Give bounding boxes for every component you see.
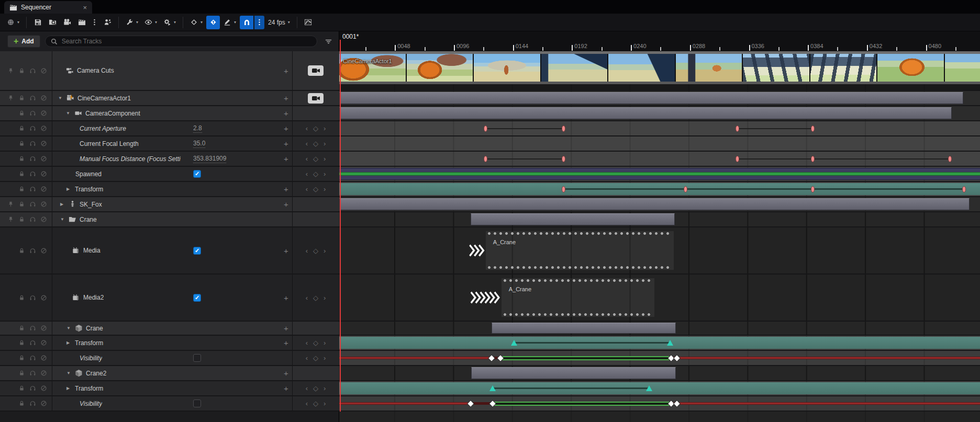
mute-icon[interactable]	[40, 324, 48, 332]
headphones-icon[interactable]	[29, 140, 37, 147]
track-header-manual-focus-distance[interactable]: Manual Focus Distance (Focus Setti353.83…	[0, 152, 339, 166]
track-header-transform-crane2[interactable]: ▶Transform+‹◇›	[0, 381, 339, 395]
add-section-button[interactable]: +	[284, 94, 288, 102]
pin-icon[interactable]	[7, 215, 15, 223]
timeline-crane-cube[interactable]	[339, 322, 980, 335]
camera-lock-button[interactable]	[308, 65, 324, 76]
mute-icon[interactable]	[40, 400, 48, 407]
previous-key-button[interactable]: ‹	[306, 140, 308, 147]
mute-icon[interactable]	[40, 124, 48, 132]
add-section-button[interactable]: +	[284, 293, 288, 302]
headphones-icon[interactable]	[29, 384, 37, 392]
add-key-button[interactable]: ◇	[313, 140, 318, 147]
timeline-current-focal-length[interactable]	[339, 136, 980, 151]
timeline-current-aperture[interactable]	[339, 121, 980, 135]
timeline-media[interactable]: A_Crane	[339, 227, 980, 273]
add-section-button[interactable]: +	[284, 139, 288, 148]
keyframe[interactable]	[811, 126, 815, 132]
mute-icon[interactable]	[40, 339, 48, 347]
create-camera-button[interactable]	[60, 16, 74, 29]
next-key-button[interactable]: ›	[324, 355, 326, 361]
snap-button[interactable]	[240, 16, 253, 29]
add-section-button[interactable]: +	[284, 246, 288, 255]
next-key-button[interactable]: ›	[324, 400, 326, 407]
keyframe[interactable]	[562, 126, 565, 132]
lock-icon[interactable]	[18, 339, 26, 347]
timeline-crane-folder[interactable]	[339, 212, 980, 226]
mute-icon[interactable]	[40, 384, 48, 392]
mute-icon[interactable]	[40, 369, 48, 377]
next-key-button[interactable]: ›	[324, 294, 326, 301]
lock-icon[interactable]	[18, 109, 26, 117]
previous-key-button[interactable]: ‹	[306, 400, 308, 407]
section-bar[interactable]	[471, 213, 675, 225]
timeline-crane2[interactable]	[339, 366, 980, 380]
timeline-transform-crane2[interactable]	[339, 381, 980, 395]
headphones-icon[interactable]	[29, 400, 37, 407]
add-key-button[interactable]: ◇	[313, 155, 318, 162]
media-section[interactable]: A_Crane	[502, 278, 655, 317]
keyframe[interactable]	[484, 126, 487, 132]
lock-icon[interactable]	[18, 67, 26, 75]
track-header-cameracomponent[interactable]: ▼CameraComponent+	[0, 106, 339, 120]
tab-close-icon[interactable]: ×	[83, 4, 87, 11]
add-key-button[interactable]: ◇	[313, 170, 318, 177]
save-button[interactable]	[31, 16, 44, 29]
previous-key-button[interactable]: ‹	[306, 385, 308, 392]
keyframe[interactable]	[811, 186, 815, 192]
triangle-keyframe[interactable]	[667, 340, 673, 346]
mute-icon[interactable]	[40, 185, 48, 193]
mute-icon[interactable]	[40, 94, 48, 102]
edit-options-button[interactable]: ▾	[221, 16, 239, 29]
diamond-keyframe[interactable]	[489, 355, 495, 361]
camera-cuts-section[interactable]: CineCameraActor1	[339, 51, 980, 84]
diamond-keyframe[interactable]	[674, 401, 680, 406]
lock-icon[interactable]	[18, 324, 26, 332]
checkbox[interactable]: ✓	[193, 294, 201, 302]
keyframe[interactable]	[562, 156, 565, 162]
headphones-icon[interactable]	[29, 185, 37, 193]
keyframe[interactable]	[736, 126, 739, 132]
keyframe[interactable]	[736, 156, 739, 162]
mute-icon[interactable]	[40, 170, 48, 178]
headphones-icon[interactable]	[29, 324, 37, 332]
add-section-button[interactable]: +	[284, 200, 288, 209]
media-section[interactable]: A_Crane	[486, 231, 674, 270]
timeline-transform-cine[interactable]	[339, 182, 980, 196]
pin-icon[interactable]	[7, 200, 15, 208]
mute-icon[interactable]	[40, 354, 48, 362]
timeline-header[interactable]: 0001* 0048009601440192024002880336038404…	[339, 31, 980, 51]
lock-icon[interactable]	[18, 247, 26, 255]
keyframe[interactable]	[811, 156, 815, 162]
playback-options-button[interactable]: ▾	[161, 16, 179, 29]
chevron-right-icon[interactable]: ▶	[60, 202, 65, 207]
pin-icon[interactable]	[7, 94, 15, 102]
filter-icon[interactable]	[322, 38, 335, 45]
checkbox[interactable]	[193, 400, 201, 407]
next-key-button[interactable]: ›	[324, 125, 326, 132]
timeline-visibility-crane2[interactable]	[339, 396, 980, 410]
tab-sequencer[interactable]: Sequencer ×	[4, 1, 92, 14]
add-section-button[interactable]: +	[284, 338, 288, 347]
add-track-button[interactable]: + Add	[7, 35, 40, 48]
triangle-keyframe[interactable]	[489, 385, 496, 391]
keyframe[interactable]	[684, 186, 687, 192]
track-header-transform-crane[interactable]: ▶Transform+‹◇›	[0, 336, 339, 350]
lock-icon[interactable]	[18, 369, 26, 377]
triangle-keyframe[interactable]	[646, 385, 652, 391]
track-header-visibility-crane[interactable]: Visibility‹◇›	[0, 351, 339, 365]
lock-icon[interactable]	[18, 215, 26, 223]
diamond-keyframe[interactable]	[674, 355, 680, 361]
chevron-right-icon[interactable]: ▶	[66, 340, 72, 345]
track-header-crane2[interactable]: ▼Crane2+	[0, 366, 339, 380]
checkbox[interactable]: ✓	[193, 247, 201, 255]
headphones-icon[interactable]	[29, 94, 37, 102]
track-header-cinecameraactor1[interactable]: ▼CineCameraActor1+	[0, 91, 339, 105]
previous-key-button[interactable]: ‹	[306, 294, 308, 301]
timeline-sk-fox[interactable]	[339, 197, 980, 211]
track-header-crane-folder[interactable]: ▼Crane	[0, 212, 339, 226]
chevron-down-icon[interactable]: ▼	[58, 96, 63, 100]
add-section-button[interactable]: +	[284, 154, 288, 163]
next-key-button[interactable]: ›	[324, 385, 326, 392]
mute-icon[interactable]	[40, 200, 48, 208]
